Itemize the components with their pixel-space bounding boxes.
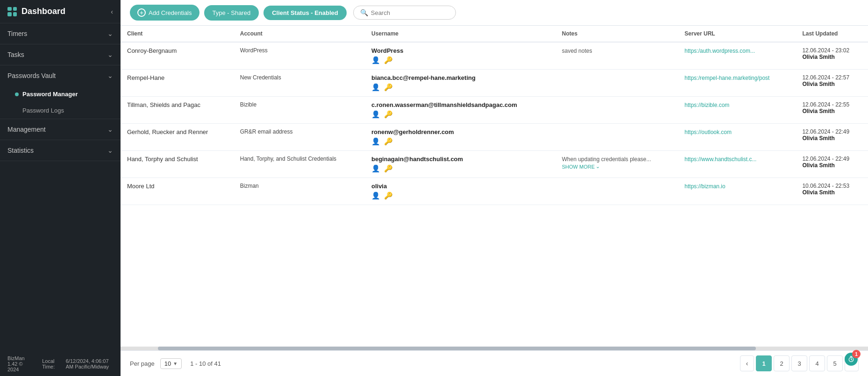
col-last-updated: Last Updated	[796, 26, 868, 42]
key-icon: 🔑	[384, 192, 393, 200]
toolbar: + Add Credentials Type - Shared Client S…	[121, 0, 868, 26]
cell-client: Hand, Torphy and Schulist	[121, 151, 234, 178]
cell-account: WordPress	[234, 42, 365, 70]
page-button-2[interactable]: 2	[774, 355, 790, 371]
page-button-4[interactable]: 4	[809, 355, 825, 371]
sidebar-section-management: Management ⌄	[0, 119, 121, 140]
page-button-1[interactable]: 1	[756, 355, 772, 371]
col-username: Username	[365, 26, 555, 42]
sidebar-item-timers[interactable]: Timers ⌄	[0, 23, 121, 44]
pagination-bar: Per page 10 ▼ 1 - 10 of 41 ‹ 1 2 3 4 5 ›	[121, 350, 868, 376]
footer-bar: BizMan 1.42 © 2024 Local Time: 6/12/2024…	[0, 352, 121, 376]
sidebar-item-statistics[interactable]: Statistics ⌄	[0, 140, 121, 161]
cell-account: Hand, Torphy, and Schulist Credentials	[234, 151, 365, 178]
horizontal-scrollbar[interactable]	[121, 347, 868, 350]
sidebar-header: Dashboard ‹	[0, 0, 121, 23]
cell-last-updated: 12.06.2024 - 22:49 Olivia Smith	[796, 151, 868, 178]
server-url-link[interactable]: https://bizible.com	[684, 102, 729, 108]
cell-client: Tillman, Shields and Pagac	[121, 97, 234, 124]
cell-last-updated: 12.06.2024 - 22:49 Olivia Smith	[796, 124, 868, 151]
server-url-link[interactable]: https://outlook.com	[684, 129, 732, 135]
person-icon: 👤	[371, 192, 380, 200]
cell-account: Bizible	[234, 97, 365, 124]
type-filter-button[interactable]: Type - Shared	[204, 5, 259, 21]
sidebar-item-management[interactable]: Management ⌄	[0, 119, 121, 140]
cell-last-updated: 12.06.2024 - 23:02 Olivia Smith	[796, 42, 868, 70]
sidebar-section-tasks: Tasks ⌄	[0, 44, 121, 65]
table-row: Gerhold, Ruecker and Renner GR&R email a…	[121, 124, 868, 151]
cell-server-url: https://www.handtschulist.c...	[678, 151, 796, 178]
person-icon: 👤	[371, 164, 380, 173]
person-icon: 👤	[371, 110, 380, 119]
sidebar-item-password-manager[interactable]: Password Manager	[0, 86, 121, 102]
sidebar: Dashboard ‹ Timers ⌄ Tasks ⌄ Passwords V…	[0, 0, 121, 376]
page-button-5[interactable]: 5	[827, 355, 843, 371]
per-page-select[interactable]: 10 ▼	[160, 358, 182, 369]
cell-client: Conroy-Bergnaum	[121, 42, 234, 70]
plus-circle-icon: +	[137, 8, 146, 17]
chevron-down-icon: ⌄	[107, 72, 113, 79]
notification-widget[interactable]: 1	[845, 353, 858, 366]
horizontal-scroll-thumb	[158, 347, 756, 350]
cell-notes	[555, 97, 678, 124]
server-url-link[interactable]: https://www.handtschulist.c...	[684, 156, 756, 163]
sidebar-section-passwords-vault: Passwords Vault ⌄ Password Manager Passw…	[0, 65, 121, 119]
show-more-button[interactable]: SHOW MORE ⌄	[562, 163, 672, 170]
cell-username: c.ronen.wasserman@tillmanshieldsandpagac…	[365, 97, 555, 124]
cell-server-url: https://bizman.io	[678, 178, 796, 205]
cell-client: Gerhold, Ruecker and Renner	[121, 124, 234, 151]
cell-notes	[555, 124, 678, 151]
cell-account: Bizman	[234, 178, 365, 205]
cell-account: GR&R email address	[234, 124, 365, 151]
cell-notes	[555, 178, 678, 205]
col-client: Client	[121, 26, 234, 42]
table-row: Moore Ltd Bizman olivia 👤 🔑 https://bizm…	[121, 178, 868, 205]
person-icon: 👤	[371, 137, 380, 146]
cell-client: Rempel-Hane	[121, 70, 234, 97]
col-server-url: Server URL	[678, 26, 796, 42]
search-wrap: 🔍	[353, 6, 456, 20]
key-icon: 🔑	[384, 56, 393, 64]
chevron-down-icon: ⌄	[596, 163, 600, 170]
col-account: Account	[234, 26, 365, 42]
cell-last-updated: 10.06.2024 - 22:53 Olivia Smith	[796, 178, 868, 205]
cell-username: ronenw@gerholdrenner.com 👤 🔑	[365, 124, 555, 151]
cell-notes: saved notes	[555, 42, 678, 70]
chevron-down-icon: ⌄	[107, 126, 113, 133]
page-button-3[interactable]: 3	[791, 355, 807, 371]
server-url-link[interactable]: https:/rempel-hane.marketing/post	[684, 75, 769, 81]
cell-notes	[555, 70, 678, 97]
table-header-row: Client Account Username Notes Server URL…	[121, 26, 868, 42]
server-url-link[interactable]: https:/auth.wordpress.com...	[684, 48, 755, 54]
per-page-label: Per page	[130, 360, 155, 367]
chevron-down-icon: ▼	[173, 361, 178, 366]
credentials-table: Client Account Username Notes Server URL…	[121, 26, 868, 205]
key-icon: 🔑	[384, 110, 393, 119]
sidebar-item-passwords-vault[interactable]: Passwords Vault ⌄	[0, 65, 121, 86]
add-credentials-button[interactable]: + Add Credentials	[130, 5, 199, 21]
notification-count: 1	[852, 350, 861, 358]
client-status-button[interactable]: Client Status - Enabled	[263, 6, 347, 20]
table-row: Tillman, Shields and Pagac Bizible c.ron…	[121, 97, 868, 124]
active-dot	[15, 92, 19, 96]
cell-server-url: https://bizible.com	[678, 97, 796, 124]
key-icon: 🔑	[384, 137, 393, 146]
table-row: Rempel-Hane New Credentials bianca.bcc@r…	[121, 70, 868, 97]
search-icon: 🔍	[360, 9, 368, 16]
prev-page-button[interactable]: ‹	[740, 355, 754, 371]
table-row: Conroy-Bergnaum WordPress WordPress 👤 🔑 …	[121, 42, 868, 70]
app-title: Dashboard	[7, 7, 65, 16]
cell-username: beginagain@handtschulist.com 👤 🔑	[365, 151, 555, 178]
pagination-buttons: ‹ 1 2 3 4 5 ›	[740, 355, 859, 371]
table-wrap: Client Account Username Notes Server URL…	[121, 26, 868, 347]
key-icon: 🔑	[384, 83, 393, 92]
cell-username: WordPress 👤 🔑	[365, 42, 555, 70]
cell-username: olivia 👤 🔑	[365, 178, 555, 205]
server-url-link[interactable]: https://bizman.io	[684, 183, 725, 190]
sidebar-section-timers: Timers ⌄	[0, 23, 121, 44]
cell-account: New Credentials	[234, 70, 365, 97]
sidebar-item-password-logs[interactable]: Password Logs	[0, 102, 121, 119]
sidebar-item-tasks[interactable]: Tasks ⌄	[0, 44, 121, 65]
search-input[interactable]	[371, 9, 446, 16]
sidebar-collapse-icon[interactable]: ‹	[111, 8, 113, 15]
